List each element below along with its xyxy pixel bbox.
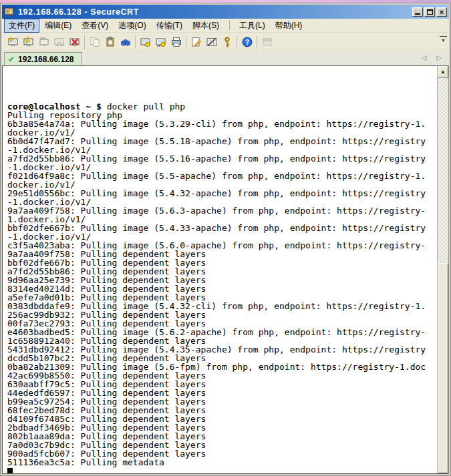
toolbar-separator (186, 35, 186, 49)
securecrt-window: 192.168.66.128 - SecureCRT × 文件(F)编辑(E)查… (0, 3, 451, 476)
connected-check-icon: ✔ (8, 55, 15, 63)
menu-bar: 文件(F)编辑(E)查看(V)选项(O)传输(T)脚本(S)工具(L)帮助(H) (2, 19, 449, 33)
scrollbar-thumb[interactable] (438, 263, 448, 473)
close-icon: × (440, 8, 444, 16)
terminal-scrollbar[interactable]: ▲ (437, 66, 448, 473)
tab-bar: ✔ 192.168.66.128 ◁ ▷ (2, 51, 449, 65)
toolbar-separator (257, 35, 257, 49)
copy-icon (87, 35, 102, 49)
toolbar-icon-group: ? (5, 35, 275, 49)
minimize-icon (415, 13, 420, 15)
maximize-icon (427, 9, 433, 15)
scrollbar-track[interactable] (438, 77, 448, 473)
paste-icon[interactable] (102, 35, 118, 49)
terminal-output: core@localhost ~ $ docker pull phpPullin… (3, 66, 437, 473)
toolbar-separator (237, 35, 237, 49)
keymap-editor-icon[interactable] (204, 35, 219, 49)
title-bar[interactable]: 192.168.66.128 - SecureCRT × (2, 5, 449, 19)
print-icon[interactable] (168, 35, 184, 49)
session-tab-label: 192.168.66.128 (18, 55, 73, 64)
menu-transfer[interactable]: 传输(T) (152, 19, 187, 33)
terminal-cursor (7, 468, 13, 473)
session-options-icon[interactable] (188, 35, 204, 49)
menu-script[interactable]: 脚本(S) (188, 19, 224, 33)
quick-connect-icon[interactable] (21, 35, 36, 49)
scroll-up-icon: ▲ (440, 69, 446, 75)
securecrt-app-icon (4, 7, 15, 17)
maximize-button[interactable] (424, 7, 435, 17)
minimize-button[interactable] (412, 7, 423, 17)
toolbar-separator (84, 35, 85, 49)
session-tab[interactable]: ✔ 192.168.66.128 (4, 52, 82, 65)
web-browser-icon (259, 35, 275, 49)
menu-options[interactable]: 选项(O) (114, 19, 150, 33)
menu-separator (229, 21, 230, 30)
help-icon[interactable]: ? (239, 35, 255, 49)
raw-log-session-icon[interactable] (153, 35, 168, 49)
menu-help[interactable]: 帮助(H) (271, 19, 307, 33)
close-button[interactable]: × (436, 7, 447, 17)
menu-tools[interactable]: 工具(L) (235, 19, 270, 33)
terminal-line: 511136ea3c5a: Pulling metadata (7, 458, 437, 467)
connect-in-tab-icon[interactable] (36, 35, 51, 49)
menu-file[interactable]: 文件(F) (4, 19, 39, 33)
toolbar-overflow-icon[interactable]: ▼ (440, 36, 447, 43)
terminal-area[interactable]: core@localhost ~ $ docker pull phpPullin… (2, 65, 449, 474)
reconnect-icon (51, 35, 67, 49)
toolbar-separator (135, 35, 136, 49)
connect-icon[interactable] (5, 35, 21, 49)
agent-key-icon[interactable] (219, 35, 235, 49)
menu-view[interactable]: 查看(V) (77, 19, 113, 33)
log-session-icon[interactable] (138, 35, 153, 49)
menu-edit[interactable]: 编辑(E) (40, 19, 76, 33)
tab-scroll-arrows-icon[interactable]: ◁ ▷ (422, 54, 446, 61)
window-title: 192.168.66.128 - SecureCRT (18, 7, 411, 17)
terminal-line (7, 467, 437, 473)
toolbar: ? ▼ (2, 33, 449, 51)
find-icon[interactable] (118, 35, 133, 49)
disconnect-icon[interactable] (67, 35, 82, 49)
scrollbar-up-button[interactable]: ▲ (438, 66, 448, 77)
svg-text:?: ? (245, 37, 249, 45)
